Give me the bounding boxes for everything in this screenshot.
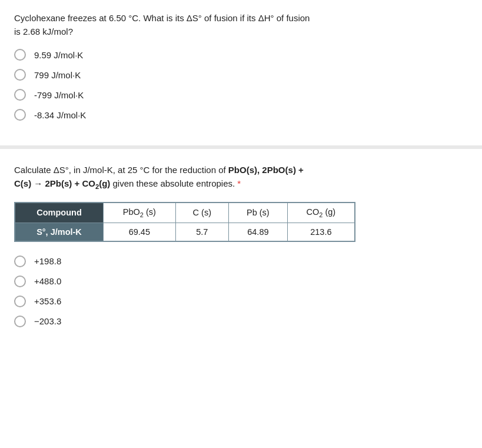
section-divider bbox=[0, 145, 482, 149]
table-cell-co2: 213.6 bbox=[287, 223, 354, 241]
q2-option4-label: −203.3 bbox=[34, 316, 61, 326]
table-header-pb: Pb (s) bbox=[228, 203, 287, 223]
radio-q2-option2[interactable] bbox=[14, 276, 26, 287]
entropy-table: Compound PbO2 (s) C (s) Pb (s) CO2 (g) S… bbox=[15, 203, 355, 241]
option1-label: 9.59 J/mol·K bbox=[34, 50, 83, 60]
option3-item[interactable]: -799 J/mol·K bbox=[14, 89, 468, 101]
q2-option3-label: +353.6 bbox=[34, 296, 61, 306]
radio-option2[interactable] bbox=[14, 69, 26, 81]
entropy-table-wrapper: Compound PbO2 (s) C (s) Pb (s) CO2 (g) S… bbox=[14, 202, 355, 242]
q2-option3-item[interactable]: +353.6 bbox=[14, 296, 468, 307]
option1-item[interactable]: 9.59 J/mol·K bbox=[14, 49, 468, 61]
table-row-label: S°, J/mol-K bbox=[15, 223, 104, 241]
table-data-row: S°, J/mol-K 69.45 5.7 64.89 213.6 bbox=[15, 223, 355, 241]
table-header-compound: Compound bbox=[15, 203, 104, 223]
table-header-co2: CO2 (g) bbox=[287, 203, 354, 223]
radio-option4[interactable] bbox=[14, 109, 26, 121]
table-cell-pb: 64.89 bbox=[228, 223, 287, 241]
table-header-pbo2: PbO2 (s) bbox=[104, 203, 176, 223]
option3-label: -799 J/mol·K bbox=[34, 90, 84, 100]
required-star: * bbox=[237, 178, 241, 188]
radio-q2-option1[interactable] bbox=[14, 255, 26, 267]
question2-text: Calculate ΔS°, in J/mol-K, at 25 °C for … bbox=[14, 163, 468, 193]
q2-option4-item[interactable]: −203.3 bbox=[14, 316, 468, 327]
q2-option2-label: +488.0 bbox=[34, 276, 61, 286]
radio-option3[interactable] bbox=[14, 89, 26, 101]
q2-option2-item[interactable]: +488.0 bbox=[14, 276, 468, 287]
radio-q2-option4[interactable] bbox=[14, 316, 26, 327]
radio-option1[interactable] bbox=[14, 49, 26, 61]
option2-item[interactable]: 799 J/mol·K bbox=[14, 69, 468, 81]
question2-block: Calculate ΔS°, in J/mol-K, at 25 °C for … bbox=[14, 161, 468, 327]
option4-label: -8.34 J/mol·K bbox=[34, 110, 86, 120]
q2-option1-label: +198.8 bbox=[34, 256, 61, 266]
table-cell-c: 5.7 bbox=[175, 223, 228, 241]
table-header-c: C (s) bbox=[175, 203, 228, 223]
question2-options: +198.8 +488.0 +353.6 −203.3 bbox=[14, 255, 468, 327]
question1-block: Cyclohexane freezes at 6.50 °C. What is … bbox=[14, 12, 468, 140]
question1-options: 9.59 J/mol·K 799 J/mol·K -799 J/mol·K -8… bbox=[14, 49, 468, 121]
option4-item[interactable]: -8.34 J/mol·K bbox=[14, 109, 468, 121]
q2-option1-item[interactable]: +198.8 bbox=[14, 255, 468, 267]
question1-text: Cyclohexane freezes at 6.50 °C. What is … bbox=[14, 12, 468, 38]
radio-q2-option3[interactable] bbox=[14, 296, 26, 307]
option2-label: 799 J/mol·K bbox=[34, 70, 81, 80]
table-cell-pbo2: 69.45 bbox=[104, 223, 176, 241]
